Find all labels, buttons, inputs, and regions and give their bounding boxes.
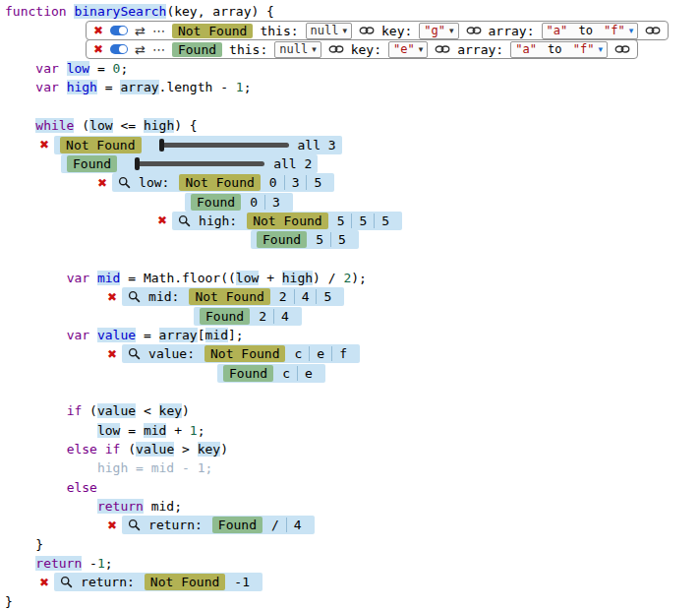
code-token: [ bbox=[198, 328, 205, 342]
this-value-dropdown[interactable]: null▾ bbox=[306, 23, 352, 39]
code-token bbox=[89, 271, 97, 285]
remove-probe-button[interactable]: ✖ bbox=[107, 347, 117, 361]
highlighted-token[interactable]: while bbox=[35, 118, 74, 133]
highlighted-token[interactable]: return bbox=[35, 556, 82, 571]
remove-probe-button[interactable]: ✖ bbox=[93, 42, 103, 56]
remove-probe-button[interactable]: ✖ bbox=[39, 138, 49, 152]
more-options-button[interactable]: ⋯ bbox=[152, 25, 165, 37]
remove-probe-button[interactable]: ✖ bbox=[157, 214, 167, 227]
this-value-dropdown[interactable]: null▾ bbox=[274, 41, 321, 58]
probe-value: 2 bbox=[272, 287, 294, 306]
probe-value: 4 bbox=[287, 516, 309, 534]
param-label: array: bbox=[489, 24, 535, 38]
swap-arrows-button[interactable]: ⇄ bbox=[135, 43, 146, 56]
slider-handle[interactable] bbox=[135, 157, 140, 170]
code-token: .length - bbox=[159, 80, 236, 94]
code-token: = bbox=[136, 328, 158, 342]
probe-value: e bbox=[310, 344, 331, 363]
code-editor: function binarySearch(key, array) {✖⇄⋯No… bbox=[0, 0, 700, 610]
array-value-dropdown[interactable]: "a" to "f"▾ bbox=[542, 23, 639, 39]
more-options-button[interactable]: ⋯ bbox=[152, 43, 165, 56]
blank-line bbox=[5, 97, 700, 116]
dropdown-value: to bbox=[541, 42, 569, 56]
probe-values: /4 bbox=[264, 516, 309, 534]
code-token: } bbox=[5, 537, 43, 552]
probe-values: 035 bbox=[262, 173, 328, 192]
remove-probe-button[interactable]: ✖ bbox=[97, 176, 107, 190]
example-badge: Found bbox=[257, 231, 307, 248]
highlighted-token[interactable]: low bbox=[97, 423, 120, 438]
highlighted-token[interactable]: value bbox=[97, 403, 136, 418]
probe-values: 245 bbox=[272, 287, 338, 306]
code-token: mid; bbox=[144, 499, 182, 514]
toggle-example-switch[interactable] bbox=[110, 44, 128, 54]
link-icon[interactable] bbox=[645, 26, 661, 35]
remove-probe-button[interactable]: ✖ bbox=[107, 518, 117, 532]
toggle-example-switch[interactable] bbox=[110, 26, 128, 35]
slider-track[interactable] bbox=[135, 161, 264, 166]
slider-handle[interactable] bbox=[159, 139, 164, 152]
highlighted-token[interactable]: mid bbox=[144, 423, 166, 438]
code-token: } bbox=[5, 594, 13, 609]
highlighted-token[interactable]: mid bbox=[205, 328, 228, 342]
remove-probe-button[interactable]: ✖ bbox=[107, 290, 117, 304]
highlighted-token[interactable]: key bbox=[198, 442, 220, 457]
link-icon[interactable] bbox=[328, 44, 344, 54]
code-token: 1 bbox=[190, 423, 198, 438]
key-value-dropdown[interactable]: "e"▾ bbox=[388, 41, 428, 58]
highlighted-token[interactable]: binarySearch bbox=[74, 4, 166, 19]
iteration-slider[interactable] bbox=[135, 157, 264, 170]
example-badge: Not Found bbox=[60, 137, 141, 153]
highlighted-token[interactable]: high bbox=[144, 118, 174, 133]
example-badge[interactable]: Not Found bbox=[172, 24, 253, 38]
example-badge: Not Found bbox=[204, 345, 285, 362]
highlighted-token[interactable]: high bbox=[282, 271, 313, 285]
highlighted-token[interactable]: array bbox=[159, 328, 198, 342]
highlighted-token[interactable]: low bbox=[236, 271, 259, 285]
highlighted-token[interactable]: array bbox=[120, 80, 158, 94]
toggle-knob bbox=[119, 27, 127, 34]
dropdown-value: "f" bbox=[604, 24, 625, 37]
magnifier-icon bbox=[128, 347, 141, 360]
code-token: < bbox=[136, 403, 158, 418]
highlighted-token[interactable]: low bbox=[89, 118, 112, 133]
highlighted-token[interactable]: value bbox=[97, 328, 136, 342]
remove-probe-button[interactable]: ✖ bbox=[39, 576, 49, 589]
slider-track[interactable] bbox=[159, 143, 289, 148]
swap-arrows-button[interactable]: ⇄ bbox=[135, 25, 146, 37]
code-token bbox=[5, 499, 97, 514]
link-icon[interactable] bbox=[614, 44, 630, 54]
probe-widget: value:Not Foundcef bbox=[122, 344, 360, 363]
example-widget-row: ✖⇄⋯Foundthis:null▾key:"e"▾array:"a" to "… bbox=[86, 40, 700, 59]
probe-widget: low:Not Found035 bbox=[112, 173, 334, 192]
highlighted-token[interactable]: low bbox=[67, 61, 89, 76]
dropdown-value: "a" bbox=[515, 42, 537, 56]
key-value-dropdown[interactable]: "g"▾ bbox=[419, 23, 458, 39]
param-label: this: bbox=[229, 42, 267, 57]
link-icon[interactable] bbox=[435, 44, 450, 54]
code-token: if bbox=[67, 403, 83, 418]
array-value-dropdown[interactable]: "a" to "f"▾ bbox=[510, 41, 608, 58]
blank-line bbox=[5, 383, 700, 401]
probe-value: 5 bbox=[331, 230, 353, 249]
code-line: return mid; bbox=[5, 497, 700, 516]
probe-row: ✖low:Not Found035 bbox=[97, 173, 700, 192]
link-icon[interactable] bbox=[466, 26, 482, 35]
link-icon[interactable] bbox=[359, 26, 375, 35]
remove-probe-button[interactable]: ✖ bbox=[93, 24, 103, 37]
code-token: function bbox=[5, 4, 67, 19]
code-token: var bbox=[35, 80, 58, 94]
highlighted-token[interactable]: return bbox=[97, 499, 144, 514]
code-token: ( bbox=[120, 442, 136, 457]
code-token: <= bbox=[113, 118, 144, 133]
highlighted-token[interactable]: key bbox=[159, 403, 182, 418]
probe-widget: return:Not Found-1 bbox=[54, 573, 262, 591]
example-badge[interactable]: Found bbox=[172, 42, 222, 57]
probe-row: ✖high:Not Found555 bbox=[157, 212, 700, 230]
iteration-slider[interactable] bbox=[159, 139, 289, 152]
probe-value: 5 bbox=[307, 173, 328, 192]
probe-widget: mid:Not Found245 bbox=[122, 287, 344, 306]
highlighted-token[interactable]: value bbox=[136, 442, 174, 457]
highlighted-token[interactable]: mid bbox=[97, 271, 120, 285]
highlighted-token[interactable]: high bbox=[67, 80, 97, 94]
